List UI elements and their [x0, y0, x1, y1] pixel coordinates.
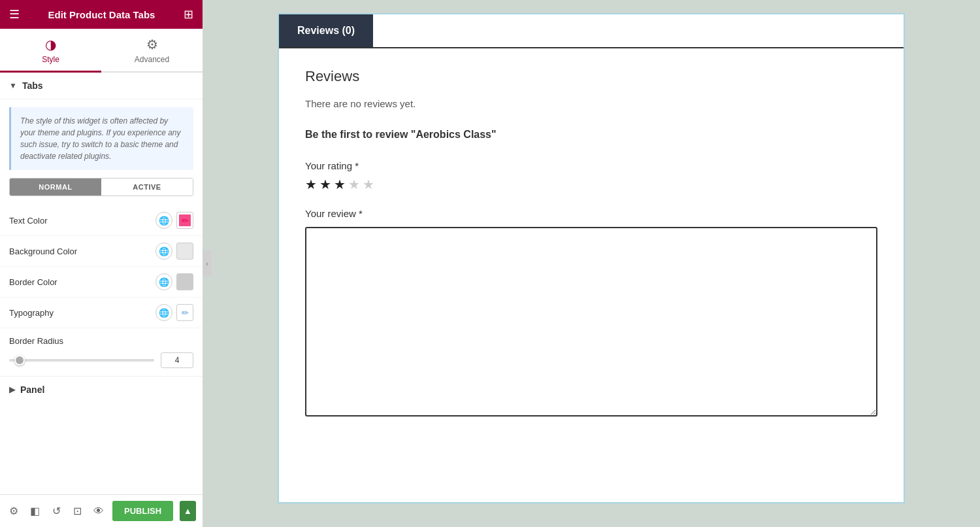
- tabs-section-label: Tabs: [22, 80, 43, 91]
- panel-section-header[interactable]: ▶ Panel: [0, 376, 203, 403]
- reviews-tab[interactable]: Reviews (0): [279, 14, 373, 47]
- review-textarea[interactable]: [305, 227, 877, 416]
- active-toggle-btn[interactable]: ACTIVE: [101, 178, 193, 196]
- typography-label: Typography: [9, 308, 155, 318]
- star-rating[interactable]: ★ ★ ★ ★ ★: [305, 177, 877, 192]
- tab-style[interactable]: ◑ Style: [0, 29, 101, 73]
- reviews-content: Reviews There are no reviews yet. Be the…: [279, 48, 904, 439]
- bottom-bar: ⚙ ◧ ↺ ⊡ 👁 PUBLISH ▲: [0, 494, 203, 527]
- publish-button[interactable]: PUBLISH: [112, 501, 173, 521]
- history-icon[interactable]: ↺: [49, 501, 63, 522]
- panel-section-label: Panel: [20, 384, 44, 395]
- no-reviews-text: There are no reviews yet.: [305, 98, 877, 109]
- pencil-icon: ✏: [182, 216, 189, 226]
- main-content: Reviews (0) Reviews There are no reviews…: [203, 0, 980, 527]
- panel-body: ▼ Tabs The style of this widget is often…: [0, 73, 203, 494]
- panel-header: ☰ Edit Product Data Tabs ⊞: [0, 0, 203, 29]
- background-color-row: Background Color 🌐: [0, 236, 203, 267]
- publish-arrow-button[interactable]: ▲: [180, 501, 196, 521]
- collapse-handle[interactable]: ‹: [203, 250, 212, 277]
- responsive-icon[interactable]: ⊡: [70, 501, 84, 522]
- style-icon: ◑: [45, 37, 56, 52]
- layers-icon[interactable]: ◧: [27, 501, 42, 522]
- star-2[interactable]: ★: [319, 177, 331, 192]
- tabs-section-header[interactable]: ▼ Tabs: [0, 73, 203, 99]
- text-color-label: Text Color: [9, 216, 155, 226]
- rating-label: Your rating *: [305, 160, 877, 171]
- left-panel: ☰ Edit Product Data Tabs ⊞ ◑ Style ⚙ Adv…: [0, 0, 203, 527]
- info-box: The style of this widget is often affect…: [9, 107, 193, 170]
- tab-style-label: Style: [42, 55, 59, 64]
- star-5[interactable]: ★: [363, 177, 374, 192]
- typography-edit-btn[interactable]: ✏: [176, 304, 193, 321]
- normal-active-toggle: NORMAL ACTIVE: [9, 178, 193, 196]
- text-color-controls: 🌐 ✏: [155, 212, 193, 229]
- background-color-controls: 🌐: [155, 243, 193, 260]
- settings-icon[interactable]: ⚙: [7, 501, 21, 522]
- typography-global-btn[interactable]: 🌐: [155, 304, 172, 321]
- chevron-right-icon: ▶: [9, 385, 15, 394]
- tab-advanced-label: Advanced: [135, 55, 169, 64]
- reviews-title: Reviews: [305, 68, 877, 85]
- product-tab-bar: Reviews (0): [279, 14, 904, 48]
- tab-advanced[interactable]: ⚙ Advanced: [101, 29, 203, 73]
- border-radius-slider-row: [9, 352, 193, 368]
- advanced-icon: ⚙: [146, 37, 158, 52]
- pencil-blue-icon: ✏: [182, 308, 189, 318]
- text-color-row: Text Color 🌐 ✏: [0, 205, 203, 236]
- text-color-picker[interactable]: ✏: [176, 212, 193, 229]
- review-label: Your review *: [305, 208, 877, 219]
- border-radius-section: Border Radius: [0, 328, 203, 376]
- border-radius-label: Border Radius: [9, 336, 193, 346]
- border-color-controls: 🌐: [155, 273, 193, 290]
- be-first-text: Be the first to review "Aerobics Class": [305, 129, 877, 141]
- border-color-label: Border Color: [9, 277, 155, 287]
- normal-toggle-btn[interactable]: NORMAL: [10, 178, 101, 196]
- background-color-label: Background Color: [9, 246, 155, 256]
- info-box-text: The style of this widget is often affect…: [20, 116, 180, 161]
- border-radius-slider[interactable]: [9, 359, 154, 362]
- apps-icon[interactable]: ⊞: [184, 7, 193, 22]
- star-3[interactable]: ★: [334, 177, 346, 192]
- border-color-picker[interactable]: [176, 273, 193, 290]
- background-color-global-btn[interactable]: 🌐: [155, 243, 172, 260]
- star-1[interactable]: ★: [305, 177, 317, 192]
- reviews-tab-label: Reviews (0): [297, 25, 355, 36]
- text-color-global-btn[interactable]: 🌐: [155, 212, 172, 229]
- background-color-picker[interactable]: [176, 243, 193, 260]
- border-color-row: Border Color 🌐: [0, 267, 203, 298]
- chevron-down-icon: ▼: [9, 81, 17, 90]
- border-color-global-btn[interactable]: 🌐: [155, 273, 172, 290]
- typography-row: Typography 🌐 ✏: [0, 298, 203, 328]
- border-radius-input[interactable]: [161, 352, 193, 368]
- panel-title: Edit Product Data Tabs: [48, 9, 155, 20]
- panel-tab-bar: ◑ Style ⚙ Advanced: [0, 29, 203, 73]
- star-4[interactable]: ★: [348, 177, 360, 192]
- typography-controls: 🌐 ✏: [155, 304, 193, 321]
- eye-icon[interactable]: 👁: [91, 501, 106, 522]
- hamburger-icon[interactable]: ☰: [9, 7, 20, 22]
- preview-area: Reviews (0) Reviews There are no reviews…: [278, 13, 905, 503]
